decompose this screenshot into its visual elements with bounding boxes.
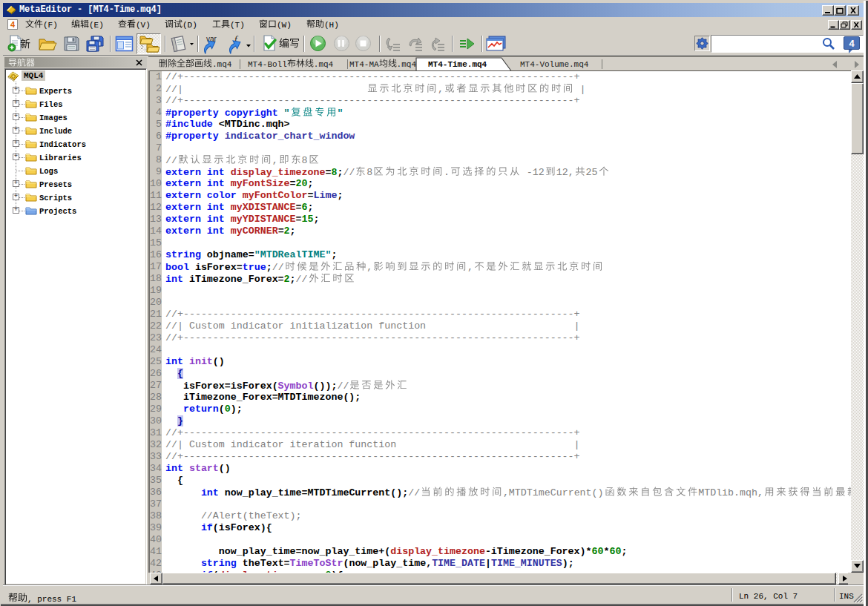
svg-text:4: 4 bbox=[10, 20, 16, 29]
